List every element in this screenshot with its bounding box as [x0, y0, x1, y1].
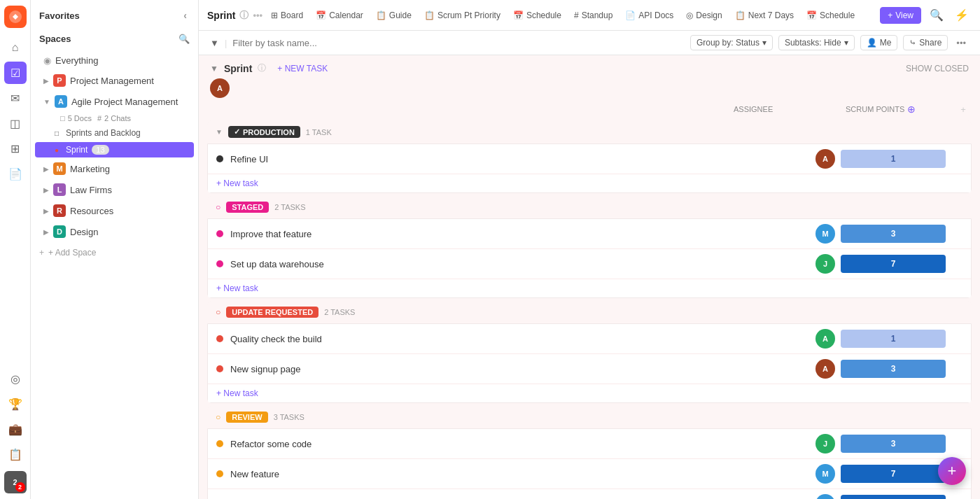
sidebar-item-agile-pm[interactable]: ▼ A Agile Project Management: [35, 92, 194, 111]
task-assignee-avatar: M: [816, 224, 835, 244]
fab-btn[interactable]: +: [938, 457, 966, 485]
show-closed-btn[interactable]: SHOW CLOSED: [906, 64, 969, 73]
group-by-btn[interactable]: Group by: Status ▾: [690, 35, 773, 50]
filter-input[interactable]: [232, 38, 685, 48]
inbox-icon[interactable]: ✉: [4, 87, 27, 109]
production-group-header[interactable]: ▼ ✓ PRODUCTION 1 TASK: [207, 120, 972, 143]
sidebar-search-icon[interactable]: 🔍: [178, 34, 190, 44]
lawfirms-chevron: ▶: [43, 186, 49, 194]
tasks-icon[interactable]: ☑: [4, 62, 27, 84]
nav-schedule[interactable]: 📅 Schedule: [507, 8, 567, 23]
work-icon[interactable]: 💼: [4, 418, 27, 440]
update-collapse-icon: ○: [216, 307, 220, 317]
sidebar-item-resources[interactable]: ▶ R Resources: [35, 201, 194, 220]
task-status-dot: [216, 260, 223, 267]
status-group-update-requested: ○ UPDATE REQUESTED 2 TASKS Quality check…: [207, 301, 972, 403]
lightning-icon[interactable]: ⚡: [952, 6, 972, 24]
sidebar-item-law-firms[interactable]: ▶ L Law Firms: [35, 180, 194, 199]
review-group-header[interactable]: ○ REVIEW 3 TASKS: [207, 406, 972, 428]
task-name[interactable]: Set up data warehouse: [230, 259, 816, 269]
nav-schedule2[interactable]: 📅 Schedule: [801, 8, 860, 23]
rewards-icon[interactable]: 🏆: [4, 393, 27, 415]
staged-group-header[interactable]: ○ STAGED 2 TASKS: [207, 196, 972, 218]
sidebar-item-sprints-backlog[interactable]: □ Sprints and Backlog: [35, 125, 194, 141]
topbar-more-icon[interactable]: •••: [253, 10, 262, 20]
me-btn[interactable]: 👤 Me: [860, 35, 898, 50]
filter-more-icon[interactable]: •••: [953, 38, 969, 48]
add-task-staged[interactable]: + New task: [208, 279, 971, 297]
sidebar-item-marketing[interactable]: ▶ M Marketing: [35, 159, 194, 178]
task-name[interactable]: New signup page: [230, 364, 816, 374]
task-name[interactable]: Improve that feature: [230, 229, 816, 239]
nav-calendar[interactable]: 📅 Calendar: [310, 8, 369, 23]
task-name[interactable]: New feature: [230, 469, 816, 479]
scrum-points-icon: ⊕: [907, 104, 916, 115]
sprints-icon: □: [52, 128, 62, 138]
add-space-plus-icon: +: [39, 248, 44, 258]
nav-api-docs[interactable]: 📄 API Docs: [620, 8, 679, 23]
nav-board[interactable]: ⊞ Board: [265, 8, 309, 23]
task-name[interactable]: Refactor some code: [230, 439, 816, 449]
calendar-nav-icon: 📅: [316, 10, 326, 20]
me-label: Me: [880, 38, 892, 48]
scrum-points-bar: 7: [841, 465, 946, 483]
home-icon[interactable]: ⌂: [4, 36, 27, 59]
next7-icon: 📋: [735, 10, 746, 20]
update-requested-group-header[interactable]: ○ UPDATE REQUESTED 2 TASKS: [207, 301, 972, 323]
share-btn[interactable]: ⤷ Share: [903, 35, 948, 50]
add-col-header[interactable]: +: [955, 104, 972, 115]
nav-scrum-priority[interactable]: 📋 Scrum Pt Priority: [419, 8, 506, 23]
sidebar: Favorites ‹ Spaces 🔍 ◉ Everything ▶ P Pr…: [31, 0, 199, 499]
logo-btn[interactable]: [4, 6, 27, 28]
sprint-avatar-row: A: [199, 78, 980, 101]
sidebar-item-project-management[interactable]: ▶ P Project Management: [35, 71, 194, 90]
sprint-collapse-icon[interactable]: ▼: [210, 64, 218, 73]
task-name[interactable]: Quality check the build: [230, 334, 816, 344]
design-label: Design: [70, 227, 186, 237]
search-icon[interactable]: 🔍: [927, 6, 946, 24]
filter-icon[interactable]: ▼: [210, 38, 219, 48]
add-space-btn[interactable]: + + Add Space: [31, 242, 198, 263]
scrum-icon: 📋: [424, 10, 435, 20]
add-task-update-requested[interactable]: + New task: [208, 384, 971, 402]
update-requested-badge: UPDATE REQUESTED: [226, 307, 318, 318]
docs-count: 5 Docs: [68, 114, 92, 122]
calendar-icon[interactable]: ◫: [4, 112, 27, 134]
sidebar-item-everything[interactable]: ◉ Everything: [35, 52, 194, 69]
grid-icon[interactable]: ⊞: [4, 137, 27, 160]
update-requested-tasks: Quality check the build A 1 New signup p…: [207, 323, 972, 403]
status-group-production: ▼ ✓ PRODUCTION 1 TASK Refine UI A 1 + Ne…: [207, 120, 972, 193]
share-label: Share: [919, 38, 941, 48]
agile-pm-label: Agile Project Management: [71, 97, 186, 107]
resources-chevron: ▶: [43, 207, 49, 215]
resources-label: Resources: [70, 206, 186, 216]
add-view-btn[interactable]: + View: [880, 7, 921, 24]
topbar-actions: + View 🔍 ⚡: [880, 6, 972, 24]
nav-guide[interactable]: 📋 Guide: [370, 8, 417, 23]
law-firms-label: Law Firms: [70, 185, 186, 195]
docs-chip[interactable]: □ 5 Docs: [60, 114, 92, 122]
main-area: Sprint ⓘ ••• ⊞ Board 📅 Calendar 📋 Guide …: [199, 0, 980, 499]
scrum-points-bar: 3: [841, 435, 946, 453]
add-task-production[interactable]: + New task: [208, 174, 971, 192]
group-by-label: Group by: Status: [696, 38, 760, 48]
nav-next7days[interactable]: 📋 Next 7 Days: [729, 8, 799, 23]
docs-icon[interactable]: 📄: [4, 162, 27, 185]
sidebar-item-design[interactable]: ▶ D Design: [35, 222, 194, 241]
goals-icon[interactable]: ◎: [4, 367, 27, 390]
sidebar-collapse-btn[interactable]: ‹: [181, 7, 190, 24]
notes-icon[interactable]: 📋: [4, 443, 27, 465]
chats-chip[interactable]: # 2 Chats: [97, 114, 131, 122]
sidebar-spaces-header: Spaces 🔍: [31, 31, 198, 51]
user-avatar[interactable]: 2 2: [4, 471, 27, 493]
subtasks-btn[interactable]: Subtasks: Hide ▾: [778, 35, 855, 50]
api-docs-label: API Docs: [638, 10, 673, 20]
nav-design[interactable]: ◎ Design: [680, 8, 727, 23]
scrum-points-bar: 3: [841, 225, 946, 243]
task-name[interactable]: Refine UI: [230, 154, 816, 164]
new-task-btn[interactable]: + NEW TASK: [277, 64, 328, 73]
sidebar-item-sprint[interactable]: ● Sprint 13: [35, 142, 194, 157]
scrum-points-bar: 1: [841, 150, 946, 168]
nav-standup[interactable]: # Standup: [568, 8, 618, 23]
plus-icon: +: [888, 10, 892, 20]
